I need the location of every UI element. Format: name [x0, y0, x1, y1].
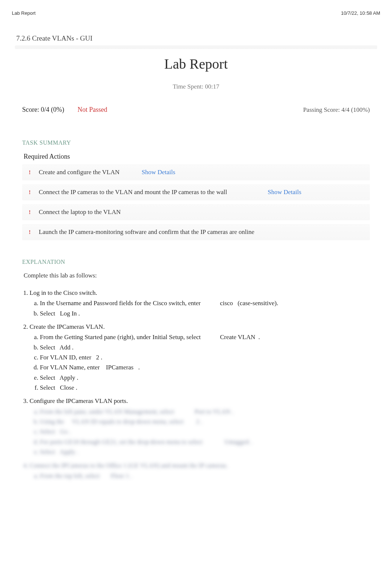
step-3d: For ports GE18 through GE21, set the dro…: [40, 437, 377, 447]
text: For VLAN ID, enter 2 .: [40, 354, 102, 361]
text: Select Apply .: [40, 448, 78, 455]
action-row: ! Connect the IP cameras to the VLAN and…: [22, 184, 370, 200]
text: Using the VLAN ID equals to drop-down me…: [40, 418, 202, 425]
text: In the Username and Password fields for …: [40, 300, 201, 307]
step-2a: From the Getting Started pane (right), u…: [40, 332, 377, 342]
step-1a: In the Username and Password fields for …: [40, 299, 377, 308]
step-2e: Select Apply .: [40, 373, 377, 383]
header-right-timestamp: 10/7/22, 10 :58 AM: [341, 10, 380, 16]
steps-list: Log in to the Cisco switch. In the Usern…: [30, 288, 377, 481]
text: For VLAN Name, enter: [40, 364, 106, 371]
time-spent: Time Spent: 00:17: [15, 83, 377, 90]
step-3e: Select Apply .: [40, 447, 377, 457]
action-row: ! Connect the laptop to the VLAN: [22, 204, 370, 220]
text: (case-sensitive).: [234, 300, 278, 307]
fail-icon: !: [29, 229, 31, 235]
step-1: Log in to the Cisco switch. In the Usern…: [30, 288, 377, 318]
score-row: Score: 0/4 (0%) Not Passed Passing Score…: [15, 106, 377, 114]
text: From the top left, select Floor 1 .: [40, 472, 132, 479]
step-4a: From the top left, select Floor 1 .: [40, 471, 377, 481]
step-title: Connect the IPCameras to the Office 1 (G…: [30, 462, 228, 469]
text: From the Getting Started pane (right), u…: [40, 334, 201, 341]
step-3b: Using the VLAN ID equals to drop-down me…: [40, 417, 377, 427]
required-actions-label: Required Actions: [24, 153, 377, 161]
text: From the left pane, under VLAN Managemen…: [40, 408, 233, 415]
step-3: Configure the IPCameras VLAN ports. From…: [30, 396, 377, 457]
step-title: Configure the IPCameras VLAN ports.: [30, 397, 128, 404]
step-title: Log in to the Cisco switch.: [30, 289, 97, 296]
step-2d: For VLAN Name, enter IPCameras .: [40, 363, 377, 372]
text: Select Log In .: [40, 310, 80, 317]
text: For ports GE18 through GE21, set the dro…: [40, 438, 252, 445]
actions-list: ! Create and configure the VLAN Show Det…: [22, 164, 370, 240]
fail-icon: !: [29, 189, 31, 196]
show-details-link[interactable]: Show Details: [142, 169, 175, 176]
divider: [15, 45, 377, 49]
step-3c: Select Go .: [40, 427, 377, 437]
action-row: ! Launch the IP camera-monitoring softwa…: [22, 224, 370, 240]
action-row: ! Create and configure the VLAN Show Det…: [22, 164, 370, 180]
page-title: Lab Report: [15, 56, 377, 72]
action-text: Connect the IP cameras to the VLAN and m…: [39, 189, 227, 196]
step-2b: Select Add .: [40, 343, 377, 352]
action-text: Connect the laptop to the VLAN: [39, 208, 121, 216]
value-create-vlan: Create VLAN .: [220, 334, 260, 341]
explanation-intro: Complete this lab as follows:: [24, 272, 377, 279]
step-2c: For VLAN ID, enter 2 .: [40, 353, 377, 362]
text: Select Add .: [40, 344, 73, 351]
show-details-link[interactable]: Show Details: [268, 189, 301, 196]
text: Select Go .: [40, 428, 71, 435]
score-value: Score: 0/4 (0%): [22, 106, 64, 114]
step-title: Create the IPCameras VLAN.: [30, 323, 105, 330]
value-ipcameras: IPCameras .: [106, 364, 140, 371]
header-left: Lab Report: [12, 10, 35, 16]
value-cisco: cisco: [220, 300, 233, 307]
status-badge: Not Passed: [78, 106, 107, 114]
exercise-title: 7.2.6 Create VLANs - GUI: [16, 34, 377, 42]
step-2: Create the IPCameras VLAN. From the Gett…: [30, 322, 377, 393]
step-4: Connect the IPCameras to the Office 1 (G…: [30, 461, 377, 481]
passing-score: Passing Score: 4/4 (100%): [303, 106, 370, 114]
task-summary-heading: TASK SUMMARY: [22, 139, 377, 146]
step-2f: Select Close .: [40, 383, 377, 393]
fail-icon: !: [29, 169, 31, 176]
step-3a: From the left pane, under VLAN Managemen…: [40, 407, 377, 417]
step-1b: Select Log In .: [40, 309, 377, 318]
action-text: Launch the IP camera-monitoring software…: [39, 228, 254, 236]
action-text: Create and configure the VLAN: [39, 169, 120, 176]
explanation-heading: EXPLANATION: [22, 259, 377, 265]
text: Select Apply .: [40, 374, 78, 381]
fail-icon: !: [29, 209, 31, 215]
text: Select Close .: [40, 384, 78, 391]
